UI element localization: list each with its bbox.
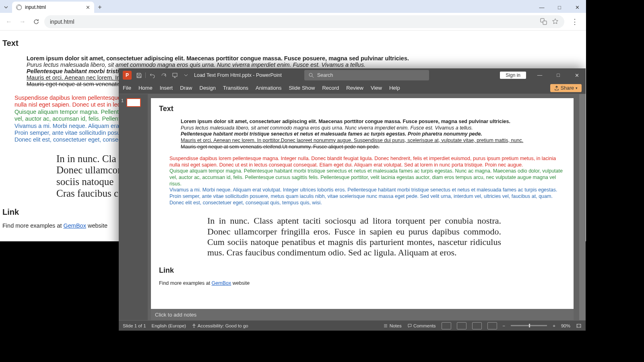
- ppt-minimize-button[interactable]: —: [531, 69, 549, 81]
- address-bar[interactable]: input.html: [44, 15, 564, 28]
- ribbon-tab-review[interactable]: Review: [346, 85, 363, 91]
- slideshow-view-button[interactable]: [487, 322, 497, 329]
- present-icon: [172, 72, 178, 78]
- normal-view-button[interactable]: [442, 322, 451, 329]
- qat-customize[interactable]: [181, 70, 191, 80]
- ribbon-tab-record[interactable]: Record: [322, 85, 339, 91]
- heading-text: Text: [2, 39, 572, 48]
- zoom-out-button[interactable]: −: [503, 323, 506, 328]
- forward-button[interactable]: →: [17, 16, 28, 27]
- browser-menu-button[interactable]: ⋮: [567, 17, 583, 26]
- svg-point-4: [194, 324, 195, 325]
- zoom-slider[interactable]: [511, 325, 547, 326]
- notes-pane[interactable]: Click to add notes: [151, 309, 574, 320]
- search-placeholder: Search: [317, 72, 333, 78]
- bookmark-star-icon[interactable]: [552, 18, 559, 25]
- maximize-button[interactable]: □: [551, 2, 568, 13]
- tab-close-icon[interactable]: ✕: [86, 4, 90, 10]
- save-button[interactable]: [134, 70, 144, 80]
- new-tab-button[interactable]: +: [94, 4, 105, 11]
- ribbon-tab-help[interactable]: Help: [389, 85, 400, 91]
- share-icon: [554, 86, 559, 90]
- slide-gembox-link[interactable]: GemBox: [212, 280, 231, 286]
- ribbon-tab-slideshow[interactable]: Slide Show: [289, 85, 315, 91]
- slide-para-red: Suspendisse dapibus lorem pellentesque m…: [169, 156, 566, 168]
- redo-icon: [161, 72, 167, 78]
- browser-toolbar: ← → input.html ⋮: [0, 13, 586, 31]
- powerpoint-logo-icon: P: [123, 71, 132, 80]
- ppt-close-button[interactable]: ✕: [568, 69, 586, 81]
- slide-canvas[interactable]: Text Lorem ipsum dolor sit amet, consect…: [151, 98, 574, 309]
- status-notes-toggle[interactable]: Notes: [383, 323, 401, 328]
- slide-link-post: website: [231, 280, 250, 286]
- ppt-maximize-button[interactable]: □: [549, 69, 567, 81]
- ribbon-tab-view[interactable]: View: [371, 85, 382, 91]
- reading-view-button[interactable]: [472, 322, 482, 329]
- ribbon-tab-file[interactable]: File: [123, 85, 131, 91]
- ribbon: File Home Insert Draw Design Transitions…: [119, 82, 586, 94]
- slide-heading-text: Text: [159, 105, 566, 113]
- thumb-number: 1: [121, 98, 124, 103]
- ppt-body: 1 Text Lorem ipsum dolor sit amet, conse…: [119, 94, 586, 320]
- para-bold: Lorem ipsum dolor sit amet, consectetuer…: [27, 55, 572, 62]
- svg-point-3: [309, 73, 312, 76]
- para-italic: Purus lectus malesuada libero, sit amet …: [27, 62, 572, 68]
- tab-title: input.html: [25, 4, 83, 10]
- status-bar: Slide 1 of 1 English (Europe) Accessibil…: [119, 320, 586, 331]
- chevron-down-icon: [4, 5, 8, 10]
- back-button[interactable]: ←: [3, 16, 14, 27]
- tab-search-dropdown[interactable]: [0, 5, 12, 10]
- zoom-percent[interactable]: 90%: [561, 323, 570, 328]
- close-button[interactable]: ✕: [568, 2, 586, 13]
- reload-icon: [33, 19, 39, 25]
- slide-link-sentence: Find more examples at GemBox website: [159, 280, 566, 286]
- link-pre: Find more examples at: [2, 222, 64, 229]
- address-text: input.html: [50, 19, 74, 25]
- search-box[interactable]: Search: [304, 70, 429, 80]
- minimize-button[interactable]: —: [533, 2, 551, 13]
- slide-link-pre: Find more examples at: [159, 280, 212, 286]
- comments-icon: [407, 323, 412, 328]
- signin-button[interactable]: Sign in: [500, 72, 526, 79]
- share-button[interactable]: Share ▾: [550, 84, 582, 92]
- accessibility-icon: [192, 323, 196, 328]
- slide-para-underline: Mauris et orci. Aenean nec lorem. In por…: [181, 138, 566, 144]
- zoom-in-button[interactable]: +: [553, 323, 555, 328]
- powerpoint-window: P Load Text From Html.pptx - PowerPoint …: [119, 68, 586, 331]
- window-title: Load Text From Html.pptx - PowerPoint: [194, 72, 282, 78]
- slide-sorter-button[interactable]: [457, 322, 466, 329]
- slide-para-bold: Lorem ipsum dolor sit amet, consectetuer…: [181, 119, 566, 125]
- slide-para-green: Quisque aliquam tempor magna. Pellentesq…: [169, 168, 566, 187]
- slide-thumbnail[interactable]: [126, 98, 141, 107]
- present-button[interactable]: [170, 70, 180, 80]
- slide-para-blue: Vivamus a mi. Morbi neque. Aliquam erat …: [169, 187, 566, 206]
- translate-icon[interactable]: [540, 18, 547, 25]
- ribbon-tab-draw[interactable]: Draw: [180, 85, 192, 91]
- ribbon-tab-design[interactable]: Design: [200, 85, 216, 91]
- slide-para-strike: Mauris eget neque at sem venenatis eleif…: [181, 144, 566, 150]
- ribbon-tab-transitions[interactable]: Transitions: [223, 85, 248, 91]
- slide-editor[interactable]: Text Lorem ipsum dolor sit amet, consect…: [148, 94, 579, 320]
- status-slide-count: Slide 1 of 1: [123, 323, 146, 328]
- gembox-link[interactable]: GemBox: [64, 222, 86, 229]
- notes-placeholder: Click to add notes: [155, 312, 196, 318]
- save-icon: [136, 72, 142, 78]
- status-comments-toggle[interactable]: Comments: [407, 323, 436, 328]
- redo-button[interactable]: [159, 70, 168, 80]
- status-language[interactable]: English (Europe): [152, 323, 186, 328]
- svg-rect-1: [543, 21, 547, 25]
- ribbon-tab-home[interactable]: Home: [138, 85, 153, 91]
- slide-para-justified: In in nunc. Class aptent taciti sociosqu…: [207, 216, 501, 258]
- slide-thumbnail-pane[interactable]: 1: [119, 94, 148, 320]
- status-accessibility[interactable]: Accessibility: Good to go: [192, 323, 248, 328]
- quick-access-toolbar: [134, 70, 191, 80]
- fit-to-window-button[interactable]: [576, 323, 582, 329]
- vertical-scrollbar[interactable]: [579, 94, 586, 320]
- ribbon-tab-animations[interactable]: Animations: [256, 85, 281, 91]
- svg-rect-2: [173, 73, 177, 76]
- reload-button[interactable]: [31, 16, 42, 27]
- browser-tab[interactable]: input.html ✕: [12, 2, 94, 13]
- slide-para-bolditalic: Pellentesque habitant morbi tristique se…: [181, 131, 566, 138]
- undo-button[interactable]: [147, 70, 157, 80]
- ribbon-tab-insert[interactable]: Insert: [160, 85, 173, 91]
